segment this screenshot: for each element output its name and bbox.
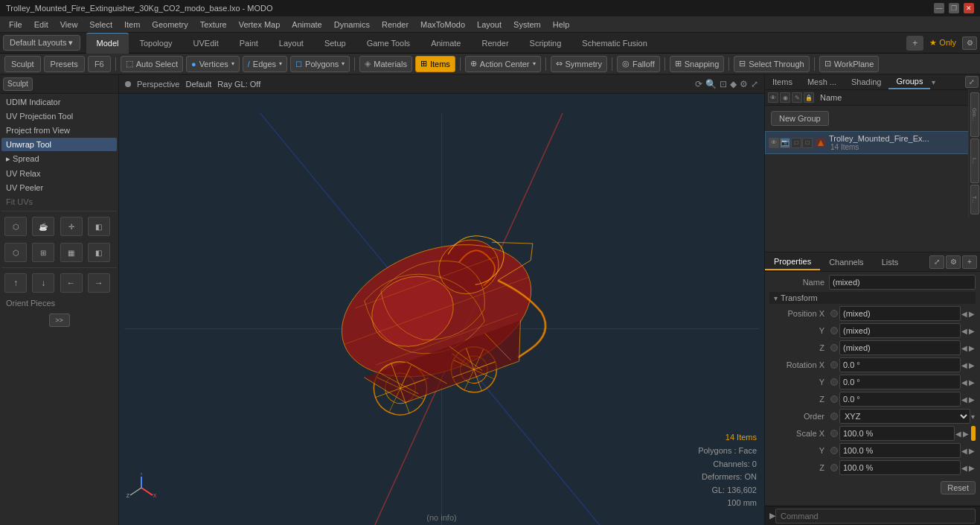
tool-spread[interactable]: ▸ Spread [1, 152, 117, 166]
tab-model[interactable]: Model [86, 33, 129, 54]
rotate-view-icon[interactable]: ⟳ [695, 79, 702, 89]
reset-button[interactable]: Reset [941, 481, 976, 494]
menu-view[interactable]: View [54, 19, 84, 31]
prop-tab-channels[interactable]: Channels [820, 255, 872, 270]
zoom-icon[interactable]: 🔍 [705, 79, 717, 89]
menu-maxtomodo[interactable]: MaxToModo [414, 19, 471, 31]
tab-animate[interactable]: Animate [420, 33, 471, 54]
falloff-button[interactable]: ◎ Falloff [617, 56, 660, 72]
icon-btn-2[interactable]: ☕ [32, 217, 54, 236]
prop-scale-z-value[interactable]: 100.0 % [839, 460, 961, 475]
rot-x-arrow2[interactable]: ▶ [969, 361, 975, 369]
menu-system[interactable]: System [507, 19, 547, 31]
tab-dropdown-chevron[interactable]: ▾ [932, 78, 935, 86]
expand-right-icon[interactable]: ⤢ [965, 76, 979, 88]
right-strip-groups[interactable]: Gro... [970, 92, 979, 137]
menu-geometry[interactable]: Geometry [146, 19, 193, 31]
symmetry-button[interactable]: ⇔ Symmetry [551, 56, 608, 72]
menu-layout[interactable]: Layout [471, 19, 507, 31]
tab-paint[interactable]: Paint [229, 33, 269, 54]
minimize-button[interactable]: — [934, 3, 944, 13]
tool-project-from-view[interactable]: Project from View [1, 124, 117, 137]
prop-scale-x-value[interactable]: 100.0 % [839, 426, 955, 441]
pos-x-arrow[interactable]: ◀ [961, 310, 967, 318]
icon-btn-3[interactable]: ✛ [60, 217, 83, 236]
select-through-button[interactable]: ⊟ Select Through [734, 56, 809, 72]
close-button[interactable]: ✕ [964, 3, 974, 13]
scale-z-arrow2[interactable]: ▶ [969, 464, 975, 472]
pos-z-arrow[interactable]: ◀ [961, 344, 967, 352]
scale-y-arrow[interactable]: ◀ [961, 447, 967, 455]
menu-help[interactable]: Help [547, 19, 576, 31]
sculpt-mode-btn[interactable]: Sculpt [3, 77, 33, 91]
prop-scale-y-value[interactable]: 100.0 % [839, 443, 961, 458]
pos-z-arrow2[interactable]: ▶ [969, 344, 975, 352]
menu-edit[interactable]: Edit [28, 19, 54, 31]
rot-z-arrow[interactable]: ◀ [961, 395, 967, 404]
scale-y-arrow2[interactable]: ▶ [969, 447, 975, 455]
tab-render[interactable]: Render [471, 33, 519, 54]
prop-tab-lists[interactable]: Lists [873, 255, 908, 270]
eye-icon[interactable]: 👁 [768, 92, 778, 103]
menu-file[interactable]: File [3, 19, 28, 31]
tool-uv-peeler[interactable]: UV Peeler [1, 181, 117, 194]
group-box-icon1[interactable]: □ [791, 138, 801, 148]
expand-button[interactable]: >> [49, 314, 70, 327]
snapping-button[interactable]: ⊞ Snapping [670, 56, 725, 72]
menu-item[interactable]: Item [118, 19, 146, 31]
rot-y-arrow[interactable]: ◀ [961, 378, 967, 386]
maximize-viewport-icon[interactable]: ⤢ [751, 79, 758, 89]
display-icon[interactable]: ⚙ [740, 79, 748, 89]
icon-btn-6[interactable]: ⊞ [32, 243, 54, 262]
items-button[interactable]: ⊞ Items [415, 56, 455, 72]
viewport-mode[interactable]: Default [185, 80, 211, 89]
scale-z-arrow[interactable]: ◀ [961, 464, 967, 472]
menu-dynamics[interactable]: Dynamics [328, 19, 376, 31]
layouts-dropdown[interactable]: Default Layouts ▾ [3, 35, 80, 51]
maximize-button[interactable]: ❐ [949, 3, 959, 13]
menu-select[interactable]: Select [83, 19, 118, 31]
tab-items[interactable]: Items [765, 75, 800, 89]
auto-select-button[interactable]: ⬚ Auto Select [121, 56, 183, 72]
prop-transform-section[interactable]: ▾ Transform [769, 292, 976, 304]
lock-icon[interactable]: 🔒 [804, 92, 814, 103]
prop-expand-icon[interactable]: ⤢ [929, 255, 944, 269]
right-strip-tag[interactable]: T... [970, 185, 979, 214]
tab-schematic-fusion[interactable]: Schematic Fusion [571, 33, 657, 54]
tab-groups[interactable]: Groups [888, 74, 930, 89]
tab-layout[interactable]: Layout [269, 33, 314, 54]
icon-btn-1[interactable]: ⬡ [4, 217, 27, 236]
scale-x-arrow[interactable]: ◀ [955, 430, 961, 438]
tab-mesh[interactable]: Mesh ... [800, 75, 844, 89]
sculpt-button[interactable]: Sculpt [4, 56, 41, 72]
group-item-row[interactable]: 👁 📷 □ □ Trolley_Mounted_Fire_Ex... 14 It… [765, 131, 980, 154]
group-camera-icon[interactable]: 📷 [780, 138, 790, 148]
command-input[interactable] [775, 509, 976, 524]
tab-uvedit[interactable]: UVEdit [183, 33, 229, 54]
prop-add-btn[interactable]: + [962, 255, 977, 269]
ray-gl-label[interactable]: Ray GL: Off [217, 80, 260, 89]
tab-setup[interactable]: Setup [314, 33, 356, 54]
render-vis-icon[interactable]: ◉ [780, 92, 790, 103]
scale-x-arrow2[interactable]: ▶ [963, 430, 969, 438]
tool-uv-projection[interactable]: UV Projection Tool [1, 109, 117, 123]
tab-game-tools[interactable]: Game Tools [356, 33, 421, 54]
arrow-right[interactable]: → [88, 273, 110, 293]
settings-icon[interactable]: ⚙ [962, 36, 977, 50]
order-arrow[interactable]: ▾ [971, 413, 975, 421]
vertices-button[interactable]: ● Vertices ▾ [186, 56, 240, 72]
menu-vertex-map[interactable]: Vertex Map [233, 19, 286, 31]
rot-z-arrow2[interactable]: ▶ [969, 395, 975, 404]
action-center-button[interactable]: ⊕ Action Center ▾ [465, 56, 541, 72]
prop-settings-icon[interactable]: ⚙ [946, 255, 961, 269]
icon-btn-4[interactable]: ◧ [88, 217, 110, 236]
new-group-button[interactable]: New Group [771, 111, 829, 126]
render-icon[interactable]: ◆ [730, 79, 737, 89]
edges-button[interactable]: / Edges ▾ [243, 56, 287, 72]
arrow-up[interactable]: ↑ [4, 273, 27, 293]
prop-position-x-value[interactable]: (mixed) [839, 306, 961, 321]
rot-y-arrow2[interactable]: ▶ [969, 378, 975, 386]
right-strip-item[interactable]: I... [970, 139, 979, 183]
icon-btn-7[interactable]: ▦ [60, 243, 83, 262]
viewport[interactable]: Perspective Default Ray GL: Off ⟳ 🔍 ⊡ ◆ … [119, 74, 764, 525]
